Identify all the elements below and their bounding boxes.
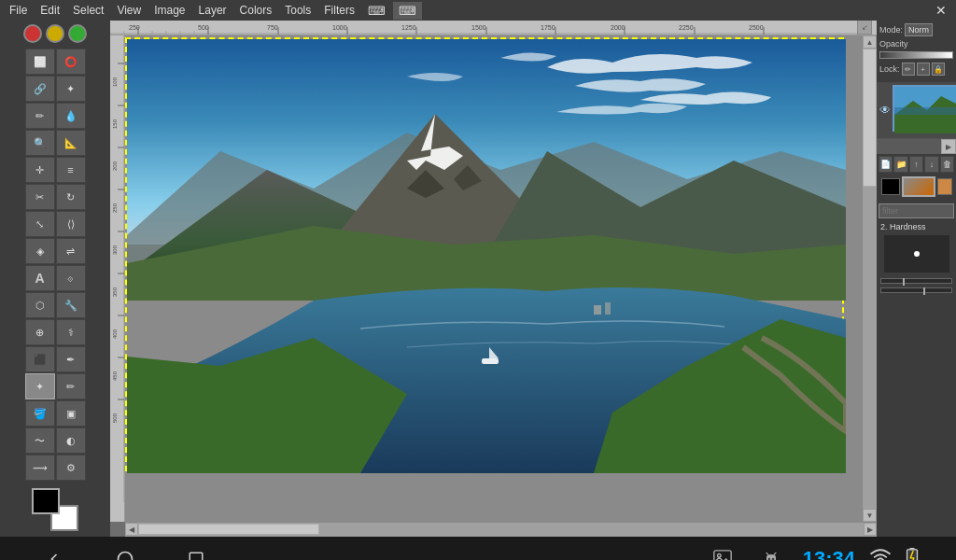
new-layer-btn[interactable]: 📄 [879, 156, 893, 173]
tool-measure[interactable]: 📐 [56, 130, 86, 156]
android-button[interactable] [754, 542, 788, 561]
layer-folder-btn[interactable]: 📁 [893, 156, 907, 173]
vertical-scrollbar[interactable]: ▲ ▼ [862, 35, 877, 522]
tool-ink[interactable]: ✏ [56, 373, 86, 399]
svg-text:450: 450 [112, 371, 118, 381]
scroll-down-btn[interactable]: ▼ [863, 509, 877, 522]
slider-thumb [903, 278, 905, 286]
tool-zoom[interactable]: 🔍 [25, 130, 55, 156]
chip-black[interactable] [881, 178, 900, 195]
color-reset-icon[interactable]: ⟲ [51, 535, 59, 537]
lock-label: Lock: [879, 64, 900, 74]
tool-crop[interactable]: ✂ [25, 184, 55, 210]
foreground-color[interactable] [32, 488, 60, 514]
svg-text:100: 100 [112, 77, 118, 87]
filter-row [877, 199, 956, 220]
tool-script[interactable]: 🔧 [56, 292, 86, 318]
tool-bucket[interactable]: 🪣 [25, 400, 55, 427]
layer-row: 👁 [877, 82, 956, 139]
mode-dropdown[interactable]: Norm [905, 23, 933, 36]
scroll-left-btn[interactable]: ◀ [125, 523, 138, 536]
scroll-thumb[interactable] [863, 49, 877, 187]
right-nav: 13:34 [706, 542, 919, 561]
menu-select[interactable]: Select [67, 2, 109, 19]
canvas-area[interactable]: ▲ ▼ [125, 35, 877, 522]
keyboard2-icon[interactable]: ⌨ [393, 2, 422, 20]
lower-layer-btn[interactable]: ↓ [924, 156, 938, 173]
tool-move[interactable]: ✛ [25, 157, 55, 183]
canvas-wrapper: 250 500 750 1000 1250 1500 1750 2000 225… [110, 21, 877, 537]
close-button[interactable]: ✕ [930, 3, 952, 18]
tool-transform[interactable]: ⟐ [56, 265, 86, 291]
svg-point-70 [772, 557, 775, 560]
menu-layer[interactable]: Layer [193, 2, 232, 19]
tool-scale[interactable]: ⤡ [25, 211, 55, 237]
brush-info: 2. Hardness [877, 220, 956, 233]
logo-red [23, 24, 42, 43]
tool-blend[interactable]: ▣ [56, 400, 86, 427]
svg-text:300: 300 [112, 245, 118, 255]
tool-flip[interactable]: ⇌ [56, 238, 86, 264]
menu-image[interactable]: Image [148, 2, 190, 19]
hscroll-thumb[interactable] [138, 524, 319, 535]
tool-clone[interactable]: ⊕ [25, 319, 55, 345]
toolbox-logo [0, 21, 110, 47]
tool-rotate[interactable]: ↻ [56, 184, 86, 210]
tool-eraser[interactable]: ⬛ [25, 346, 55, 372]
svg-text:150: 150 [112, 119, 118, 129]
lock-position-btn[interactable]: + [917, 63, 930, 76]
tool-warp[interactable]: ⟿ [25, 455, 55, 481]
brush-size-slider[interactable] [880, 278, 952, 284]
lock-all-btn[interactable]: 🔒 [932, 63, 945, 76]
recents-button[interactable] [179, 542, 213, 561]
tool-fuzzy-select[interactable]: ✦ [56, 76, 86, 102]
lock-pixels-btn[interactable]: ✏ [902, 63, 915, 76]
tool-paint[interactable]: ✏ [25, 103, 55, 129]
layer-scroll[interactable]: ▶ [877, 139, 956, 154]
chip-extra[interactable] [937, 178, 952, 195]
tool-dodge[interactable]: ◐ [56, 427, 86, 454]
svg-text:2250: 2250 [679, 24, 694, 31]
tool-pencil[interactable]: ✒ [56, 346, 86, 372]
wifi-icon [870, 548, 891, 560]
tool-shear[interactable]: ⟨⟩ [56, 211, 86, 237]
tool-paths[interactable]: ⬡ [25, 292, 55, 318]
layer-scroll-btn[interactable]: ▶ [941, 139, 956, 154]
keyboard-icon[interactable]: ⌨ [362, 2, 391, 20]
tool-align[interactable]: ≡ [56, 157, 86, 183]
menu-file[interactable]: File [4, 2, 33, 19]
raise-layer-btn[interactable]: ↑ [909, 156, 923, 173]
menu-tools[interactable]: Tools [279, 2, 316, 19]
tool-ellipse-select[interactable]: ⭕ [56, 49, 86, 75]
color-boxes [32, 488, 78, 531]
horizontal-scrollbar[interactable]: ◀ ▶ [125, 522, 877, 537]
tool-heal[interactable]: ⚕ [56, 319, 86, 345]
svg-rect-67 [714, 550, 731, 560]
chip-orange[interactable] [902, 176, 935, 197]
home-button[interactable] [108, 542, 142, 561]
tool-smudge[interactable]: 〜 [25, 427, 55, 454]
menu-view[interactable]: View [111, 2, 147, 19]
menu-edit[interactable]: Edit [35, 2, 65, 19]
tool-color-picker[interactable]: 💧 [56, 103, 86, 129]
svg-text:500: 500 [112, 413, 118, 423]
tool-rect-select[interactable]: ⬜ [25, 49, 55, 75]
back-button[interactable] [37, 542, 71, 561]
layer-visibility-icon[interactable]: 👁 [879, 104, 891, 117]
tool-airbrush[interactable]: ✦ [25, 373, 55, 399]
ruler-corner[interactable]: ↙ [857, 21, 872, 35]
menu-filters[interactable]: Filters [318, 2, 360, 19]
delete-layer-btn[interactable]: 🗑 [940, 156, 954, 173]
tool-options[interactable]: ⚙ [56, 455, 86, 481]
tool-free-select[interactable]: 🔗 [25, 76, 55, 102]
tool-perspective[interactable]: ◈ [25, 238, 55, 264]
opacity-row: Opacity [879, 39, 953, 49]
filter-input[interactable] [879, 203, 954, 218]
menu-colors[interactable]: Colors [234, 2, 278, 19]
tool-text[interactable]: A [25, 265, 55, 291]
scroll-up-btn[interactable]: ▲ [863, 35, 877, 49]
scroll-right-btn[interactable]: ▶ [864, 523, 877, 536]
opacity-slider[interactable] [879, 51, 953, 59]
brush-opacity-slider[interactable] [880, 287, 952, 293]
gallery-button[interactable] [706, 542, 739, 561]
